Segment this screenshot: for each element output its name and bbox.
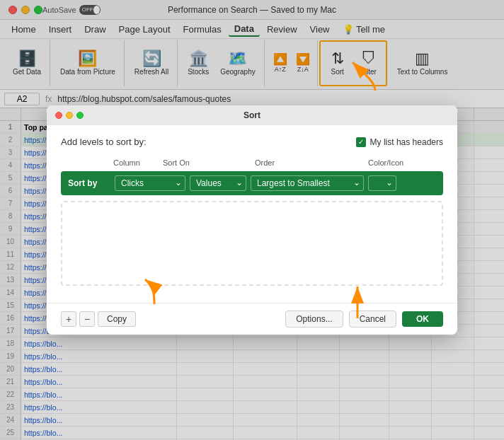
order-header: Order — [241, 158, 361, 167]
delete-level-button[interactable]: − — [79, 311, 95, 327]
sort-empty-area — [61, 201, 443, 286]
sort-columns-header: Column Sort On Order Color/Icon — [61, 158, 443, 167]
dialog-minimize-button[interactable] — [66, 112, 73, 119]
add-level-button[interactable]: + — [61, 311, 76, 327]
footer-right-buttons: Options... Cancel OK — [285, 311, 443, 328]
dialog-titlebar: Sort — [47, 105, 457, 125]
sort-on-select[interactable]: Values Cell Color Font Color — [190, 175, 246, 191]
options-button[interactable]: Options... — [285, 311, 343, 328]
column-select[interactable]: Clicks Top pages Impressions CTR Positio… — [115, 175, 185, 191]
sort-dialog-overlay: Sort Add levels to sort by: ✓ My list ha… — [0, 0, 504, 440]
color-select[interactable] — [368, 175, 396, 191]
dialog-footer: + − Copy Options... Cancel OK — [47, 303, 457, 335]
order-select-wrap: Largest to Smallest Smallest to Largest … — [251, 175, 364, 191]
cancel-button[interactable]: Cancel — [349, 311, 396, 328]
my-list-headers-checkbox[interactable]: ✓ My list has headers — [356, 137, 443, 147]
dialog-traffic-lights — [55, 112, 84, 119]
checkbox-icon: ✓ — [356, 137, 366, 147]
sort-dialog: Sort Add levels to sort by: ✓ My list ha… — [47, 105, 457, 335]
dialog-body: Add levels to sort by: ✓ My list has hea… — [47, 125, 457, 303]
sort-row: Sort by Clicks Top pages Impressions CTR… — [61, 171, 443, 195]
my-list-label: My list has headers — [370, 137, 443, 147]
column-header: Column — [64, 158, 149, 167]
color-select-wrap — [368, 175, 396, 191]
dialog-title: Sort — [244, 110, 260, 120]
dialog-close-button[interactable] — [55, 112, 62, 119]
copy-level-button[interactable]: Copy — [98, 311, 136, 327]
add-levels-text: Add levels to sort by: — [61, 137, 147, 147]
sort-on-select-wrap: Values Cell Color Font Color — [190, 175, 246, 191]
dialog-maximize-button[interactable] — [76, 112, 84, 119]
footer-left-buttons: + − Copy — [61, 311, 136, 327]
sort-by-label: Sort by — [68, 178, 110, 188]
dialog-header-row: Add levels to sort by: ✓ My list has hea… — [61, 137, 443, 147]
sort-on-header: Sort On — [149, 158, 241, 167]
ok-button[interactable]: OK — [402, 311, 443, 327]
color-header: Color/Icon — [361, 158, 440, 167]
order-select[interactable]: Largest to Smallest Smallest to Largest … — [251, 175, 364, 191]
column-select-wrap: Clicks Top pages Impressions CTR Positio… — [115, 175, 185, 191]
